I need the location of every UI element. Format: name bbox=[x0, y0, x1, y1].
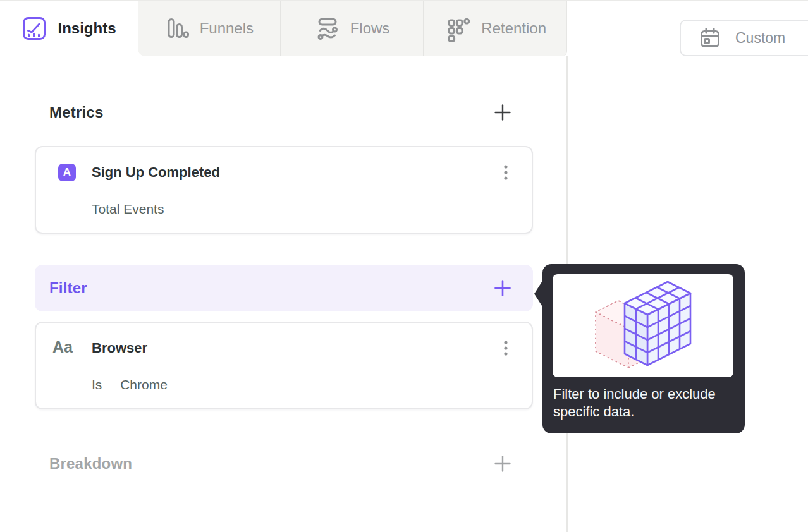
calendar-icon bbox=[699, 27, 721, 49]
tab-flows-label: Flows bbox=[350, 20, 390, 37]
metric-aggregation[interactable]: Total Events bbox=[92, 202, 164, 217]
metric-series-badge: A bbox=[58, 164, 76, 181]
filter-operator[interactable]: Is bbox=[92, 377, 102, 392]
filter-card-menu-button[interactable] bbox=[503, 339, 509, 360]
tab-funnels-label: Funnels bbox=[200, 20, 254, 37]
metric-card-menu-button[interactable] bbox=[503, 164, 509, 184]
add-metric-button[interactable] bbox=[494, 104, 511, 121]
breakdown-section-header: Breakdown bbox=[35, 452, 533, 475]
metrics-section-header: Metrics bbox=[35, 101, 533, 124]
flows-wave-icon bbox=[315, 16, 340, 41]
custom-date-range-label: Custom bbox=[735, 30, 785, 47]
tab-retention[interactable]: Retention bbox=[423, 1, 566, 56]
add-breakdown-button[interactable] bbox=[494, 455, 511, 473]
filter-help-text: Filter to include or exclude specific da… bbox=[553, 385, 719, 421]
filter-condition[interactable]: Is Chrome bbox=[92, 377, 168, 392]
metric-card[interactable]: A Sign Up Completed Total Events bbox=[35, 146, 533, 234]
tab-flows[interactable]: Flows bbox=[280, 1, 424, 56]
add-filter-button[interactable] bbox=[494, 279, 511, 297]
cube-filter-illustration bbox=[553, 274, 733, 377]
custom-date-range-button[interactable]: Custom bbox=[680, 20, 808, 56]
metric-event-name: Sign Up Completed bbox=[92, 164, 220, 181]
kebab-vertical-icon bbox=[503, 164, 509, 184]
funnels-bars-icon bbox=[164, 16, 190, 41]
filter-value[interactable]: Chrome bbox=[120, 377, 168, 392]
breakdown-section-title: Breakdown bbox=[49, 455, 132, 473]
string-property-icon: Aa bbox=[52, 338, 73, 356]
tab-funnels[interactable]: Funnels bbox=[138, 1, 280, 56]
tab-insights-label: Insights bbox=[58, 20, 116, 37]
filter-help-tooltip: Filter to include or exclude specific da… bbox=[542, 264, 745, 433]
filter-property-name: Browser bbox=[92, 340, 147, 356]
insights-chart-icon bbox=[21, 16, 47, 41]
tab-insights[interactable]: Insights bbox=[0, 1, 138, 56]
plus-icon bbox=[494, 455, 511, 473]
plus-icon bbox=[494, 279, 511, 297]
tab-retention-label: Retention bbox=[481, 20, 546, 37]
kebab-vertical-icon bbox=[503, 339, 509, 360]
retention-dot-grid-icon bbox=[444, 15, 471, 42]
filter-section-row[interactable]: Filter bbox=[35, 265, 533, 311]
tab-bar: Insights Funnels bbox=[0, 0, 808, 56]
filter-illustration bbox=[553, 274, 733, 377]
filter-card[interactable]: Aa Browser Is Chrome bbox=[35, 322, 533, 409]
filter-section-title: Filter bbox=[49, 279, 87, 297]
plus-icon bbox=[494, 104, 511, 121]
metrics-section-title: Metrics bbox=[49, 104, 103, 121]
inactive-tab-strip: Funnels Flows bbox=[138, 1, 567, 56]
